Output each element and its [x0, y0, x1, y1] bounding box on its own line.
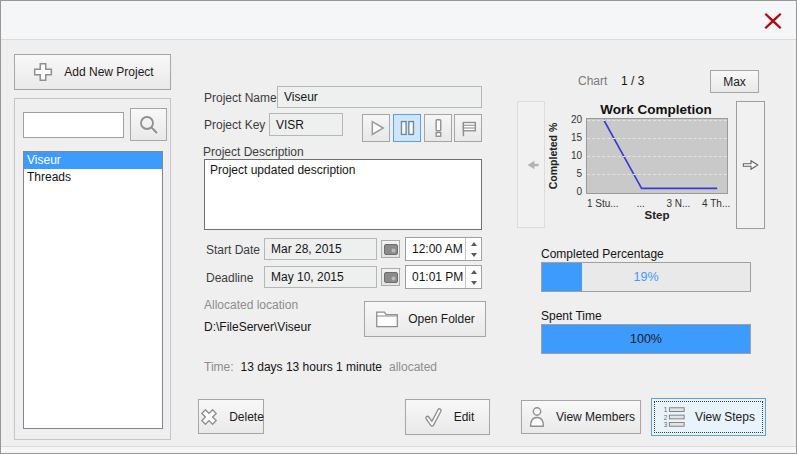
max-label: Max	[723, 75, 746, 89]
edit-label: Edit	[454, 410, 475, 424]
previous-chart-button[interactable]	[517, 101, 545, 228]
chart-gridline	[587, 138, 727, 139]
arrow-right-icon	[740, 154, 762, 176]
chart-ytick-label: 0	[562, 186, 582, 197]
spin-up-button[interactable]	[466, 238, 481, 249]
spent-time-value: 100%	[542, 325, 750, 353]
check-icon	[421, 405, 445, 429]
spin-down-button[interactable]	[466, 277, 481, 288]
close-button[interactable]	[759, 7, 787, 35]
search-icon	[137, 113, 161, 137]
svg-text:1: 1	[664, 406, 668, 413]
pause-project-button[interactable]	[393, 114, 421, 142]
allocated-location-label: Allocated location	[204, 298, 298, 312]
spin-down-button[interactable]	[466, 249, 481, 260]
start-date-field: Mar 28, 2015	[264, 238, 377, 260]
deadline-time-picker[interactable]: 01:01 PM	[405, 265, 482, 289]
chart-xlabel: Step	[586, 209, 728, 221]
start-time-value: 12:00 AM	[406, 238, 465, 260]
add-new-project-button[interactable]: Add New Project	[14, 54, 171, 90]
delete-x-icon	[198, 406, 220, 428]
deadline-field: May 10, 2015	[264, 266, 377, 288]
folder-icon	[375, 309, 399, 329]
priority-button[interactable]	[424, 114, 452, 142]
chart-gridline	[587, 174, 727, 175]
start-project-button[interactable]	[362, 114, 390, 142]
project-key-field: VISR	[269, 113, 343, 136]
bottom-bar	[1, 446, 796, 453]
open-folder-label: Open Folder	[408, 312, 475, 326]
chart-plot-area	[586, 118, 728, 194]
person-icon	[527, 406, 547, 428]
view-steps-button[interactable]: 1 2 3 View Steps	[651, 398, 766, 436]
chart-page-indicator: 1 / 3	[621, 74, 644, 88]
spent-time-bar: 100%	[541, 324, 751, 354]
chart-ytick-label: 15	[562, 132, 582, 143]
delete-label: Delete	[229, 410, 264, 424]
open-folder-button[interactable]: Open Folder	[364, 301, 486, 337]
chart-gridline	[587, 120, 727, 121]
view-steps-label: View Steps	[695, 410, 755, 424]
play-icon	[365, 117, 387, 139]
spin-up-button[interactable]	[466, 266, 481, 277]
start-date-label: Start Date	[206, 243, 260, 257]
search-input[interactable]	[23, 112, 124, 138]
completed-percentage-label: Completed Percentage	[541, 247, 664, 261]
view-members-label: View Members	[556, 410, 635, 424]
deadline-label: Deadline	[206, 271, 253, 285]
chart-ylabel-wrap: Completed %	[546, 118, 560, 194]
title-bar	[1, 1, 796, 40]
allocated-location-value: D:\FileServer\Viseur	[204, 320, 311, 334]
spent-time-label: Spent Time	[541, 309, 602, 323]
start-time-picker[interactable]: 12:00 AM	[405, 237, 482, 261]
time-label: Time:	[204, 360, 234, 374]
search-button[interactable]	[130, 108, 167, 141]
next-chart-button[interactable]	[736, 101, 765, 229]
arrow-up-icon	[471, 242, 477, 246]
list-item[interactable]: Viseur	[24, 152, 162, 169]
chart-label: Chart	[578, 74, 607, 88]
deadline-time-spinner	[465, 266, 481, 288]
start-date-calendar-button[interactable]	[381, 240, 400, 258]
time-value: 13 days 13 hours 1 minute	[241, 360, 382, 374]
svg-text:2: 2	[664, 414, 668, 421]
arrow-down-icon	[471, 281, 477, 285]
list-item[interactable]: Threads	[24, 169, 162, 186]
plus-icon	[31, 60, 55, 84]
deadline-calendar-button[interactable]	[381, 268, 400, 286]
time-summary: Time: 13 days 13 hours 1 minute allocate…	[204, 360, 437, 374]
edit-button[interactable]: Edit	[405, 399, 490, 435]
start-time-spinner	[465, 238, 481, 260]
calendar-icon	[384, 272, 398, 283]
pause-icon	[396, 117, 418, 139]
deadline-time-value: 01:01 PM	[406, 266, 465, 288]
chart-title: Work Completion	[561, 102, 751, 117]
flag-button[interactable]	[454, 114, 482, 142]
completed-percentage-value: 19%	[542, 263, 750, 291]
numbered-list-icon: 1 2 3	[662, 405, 686, 429]
view-members-button[interactable]: View Members	[521, 400, 641, 434]
chart-gridline	[587, 156, 727, 157]
chart-xtick-label: 4 Th...	[688, 198, 744, 209]
max-button[interactable]: Max	[710, 70, 759, 93]
project-description-label: Project Description	[203, 145, 304, 159]
flag-icon	[457, 117, 479, 139]
svg-text:3: 3	[664, 421, 668, 428]
arrow-left-icon	[520, 154, 542, 176]
project-name-label: Project Name	[204, 91, 277, 105]
project-manager-window: Add New Project ViseurThreads Project Na…	[0, 0, 797, 454]
project-name-field: Viseur	[277, 86, 482, 108]
add-new-project-label: Add New Project	[64, 65, 153, 79]
chart-ytick-label: 5	[562, 168, 582, 179]
close-icon	[762, 10, 784, 32]
delete-button[interactable]: Delete	[198, 399, 264, 434]
calendar-icon	[384, 244, 398, 255]
arrow-down-icon	[471, 253, 477, 257]
project-description-field[interactable]: Project updated description	[204, 159, 482, 230]
time-suffix: allocated	[389, 360, 437, 374]
exclamation-icon	[427, 117, 449, 139]
chart-ylabel: Completed %	[547, 123, 559, 190]
arrow-up-icon	[471, 270, 477, 274]
project-key-label: Project Key	[204, 118, 265, 132]
project-list: ViseurThreads	[23, 151, 163, 429]
